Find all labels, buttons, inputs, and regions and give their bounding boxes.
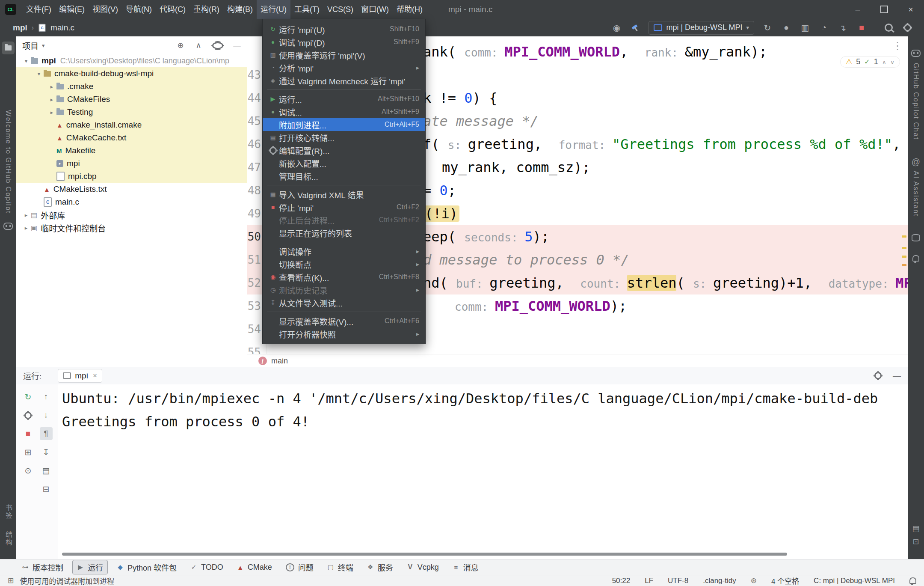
softwrap-icon[interactable]: ¶ [40, 427, 53, 440]
gutter-line-number[interactable]: 52 [247, 271, 261, 294]
run-menu-item-7[interactable]: ▶运行...Alt+Shift+F10 [263, 92, 425, 105]
tree-row-12[interactable]: Cmain.c [16, 196, 247, 208]
next-issue-icon[interactable]: ∨ [890, 59, 894, 65]
gutter-line-number[interactable]: 47 [247, 156, 261, 179]
project-toolwindow-button[interactable] [2, 42, 15, 54]
run-menu-item-23[interactable]: ◷测试历史记录▸ [263, 283, 425, 296]
console[interactable]: Ubuntu: /usr/bin/mpiexec -n 4 '/mnt/c/Us… [58, 384, 908, 559]
chevron-right-icon[interactable]: ▸ [47, 83, 56, 90]
database-toolwindow-button[interactable] [909, 232, 922, 244]
maximize-button[interactable] [871, 0, 897, 19]
run-tab[interactable]: mpi × [58, 369, 102, 383]
run-menu-item-15[interactable]: ▦导入 Valgrind XML 结果 [263, 188, 425, 201]
collaborate-icon[interactable]: ◉ [611, 21, 622, 34]
run-menu-item-24[interactable]: ↧从文件导入测试... [263, 296, 425, 309]
tree-row-3[interactable]: ▸.cmake [16, 80, 247, 93]
down-icon[interactable]: ↓ [40, 409, 53, 422]
warning-stripe-mark[interactable] [902, 235, 906, 238]
menubar-item-5[interactable]: 代码(C) [156, 0, 190, 19]
messages-toolwindow-button[interactable]: ⊡ [909, 535, 922, 548]
copilot-welcome-label[interactable]: Welcome to GitHub Copilot [4, 110, 12, 214]
toolwindow-item-6[interactable]: !问题 [281, 560, 318, 574]
menubar-item-12[interactable]: 帮助(H) [393, 0, 426, 19]
run-menu-item-12[interactable]: 新嵌入配置... [263, 157, 425, 170]
gutter-line-number[interactable]: 48 [247, 179, 261, 202]
status-item-3[interactable]: UTF-8 [668, 577, 688, 585]
layers-toolwindow-button[interactable]: ▤ [909, 522, 922, 535]
run-menu-item-27[interactable]: 打开分析器快照▸ [263, 327, 425, 340]
run-config-selector[interactable]: mpi | Debug-WSL MPI ▾ [649, 21, 754, 35]
bookmarks-toolwindow-button[interactable]: 书签 [3, 504, 13, 520]
menubar-item-7[interactable]: 构建(B) [223, 0, 257, 19]
layout-icon[interactable]: ⊞ [8, 576, 14, 585]
status-item-2[interactable]: LF [645, 577, 653, 585]
ai-assistant-button[interactable]: @ [909, 155, 922, 168]
gutter-line-number[interactable]: 46 [247, 133, 261, 156]
gutter-line-number[interactable]: 49 [247, 202, 261, 225]
gutter-line-number[interactable]: 54 [247, 318, 261, 341]
collapse-icon[interactable]: ∧ [194, 41, 203, 50]
run-menu-item-1[interactable]: ↻运行 'mpi'(U)Shift+F10 [263, 23, 425, 36]
editor-options-icon[interactable]: ⋮ [892, 40, 903, 52]
prev-issue-icon[interactable]: ∧ [882, 59, 886, 65]
menubar-item-8[interactable]: 运行(U) [257, 0, 290, 19]
chevron-down-icon[interactable]: ▾ [34, 71, 44, 77]
toolwindow-item-9[interactable]: VVcpkg [402, 561, 444, 574]
menubar-item-9[interactable]: 工具(T) [290, 0, 323, 19]
run-menu-item-4[interactable]: ◔分析 'mpi'▸ [263, 61, 425, 74]
toolwindow-item-3[interactable]: ◆Python 软件包 [112, 560, 181, 574]
warning-stripe-mark[interactable] [902, 256, 906, 258]
close-tab-icon[interactable]: × [93, 372, 97, 380]
minimize-panel-icon[interactable]: — [893, 371, 901, 381]
run-menu-item-22[interactable]: ◉查看断点(K)...Ctrl+Shift+F8 [263, 271, 425, 283]
notifications-button[interactable] [909, 252, 922, 265]
structure-toolwindow-button[interactable]: 结构 [3, 531, 13, 546]
chevron-right-icon[interactable]: ▸ [21, 225, 31, 231]
menubar-item-2[interactable]: 编辑(E) [55, 0, 89, 19]
build-hammer-icon[interactable] [630, 21, 641, 34]
coverage-icon[interactable]: ▥ [800, 21, 811, 34]
menubar-item-1[interactable]: 文件(F) [22, 0, 55, 19]
menubar-item-4[interactable]: 导航(N) [122, 0, 156, 19]
chevron-right-icon[interactable]: ▸ [21, 212, 31, 218]
tree-row-4[interactable]: ▸CMakeFiles [16, 93, 247, 106]
run-menu-item-18[interactable]: 显示正在运行的列表 [263, 226, 425, 239]
scrollend-icon[interactable]: ↧ [40, 446, 53, 458]
status-item-4[interactable]: .clang-tidy [703, 577, 736, 585]
tree-row-1[interactable]: ▾mpiC:\Users\xing\Desktop\files\C langua… [16, 54, 247, 67]
toolwindow-item-1[interactable]: ⊶版本控制 [17, 560, 68, 574]
horizontal-scrollbar[interactable] [62, 553, 787, 556]
run-menu-item-11[interactable]: 编辑配置(R)... [263, 144, 425, 157]
warning-stripe-mark[interactable] [902, 264, 906, 266]
close-button[interactable]: × [897, 0, 924, 19]
warning-count[interactable]: 5 [856, 57, 860, 66]
ai-assistant-label[interactable]: AI Assistant [912, 171, 920, 217]
run-menu-item-2[interactable]: ●调试 'mpi'(D)Shift+F9 [263, 36, 425, 48]
run-menu-item-5[interactable]: ◈通过 Valgrind Memcheck 运行 'mpi' [263, 74, 425, 87]
copilot-chat-label[interactable]: GitHub Copilot Chat [912, 63, 920, 140]
gutter-line-number[interactable]: 45 [247, 110, 261, 133]
tree-row-10[interactable]: mpi.cbp [16, 170, 247, 183]
settings-icon[interactable] [902, 21, 913, 34]
status-item-6[interactable]: 4 个空格 [771, 575, 799, 586]
toolwindow-item-10[interactable]: ≡消息 [448, 560, 483, 574]
clear-icon[interactable]: ⊟ [40, 482, 53, 495]
pin-icon[interactable]: ⊙ [22, 464, 35, 477]
print-icon[interactable]: ▤ [40, 464, 53, 477]
gutter-line-number[interactable]: 50 [247, 225, 261, 248]
menubar-item-10[interactable]: VCS(S) [323, 0, 357, 19]
wrench-icon[interactable] [22, 409, 35, 422]
attach-icon[interactable]: ↴ [837, 21, 848, 34]
tree-row-13[interactable]: ▸▤外部库 [16, 208, 247, 221]
tree-row-11[interactable]: ▲CMakeLists.txt [16, 183, 247, 196]
rerun-icon[interactable]: ↻ [22, 390, 35, 403]
run-menu-item-21[interactable]: 切换断点▸ [263, 258, 425, 271]
hide-icon[interactable]: — [233, 41, 241, 50]
breadcrumb-function[interactable]: main [271, 357, 288, 366]
warning-stripe-mark[interactable] [902, 247, 906, 249]
up-icon[interactable]: ↑ [40, 390, 53, 403]
stop-icon[interactable]: ■ [22, 427, 35, 440]
menubar-item-11[interactable]: 窗口(W) [357, 0, 393, 19]
copilot-chat-button[interactable] [909, 47, 922, 59]
breadcrumb-file[interactable]: main.c [50, 23, 74, 33]
